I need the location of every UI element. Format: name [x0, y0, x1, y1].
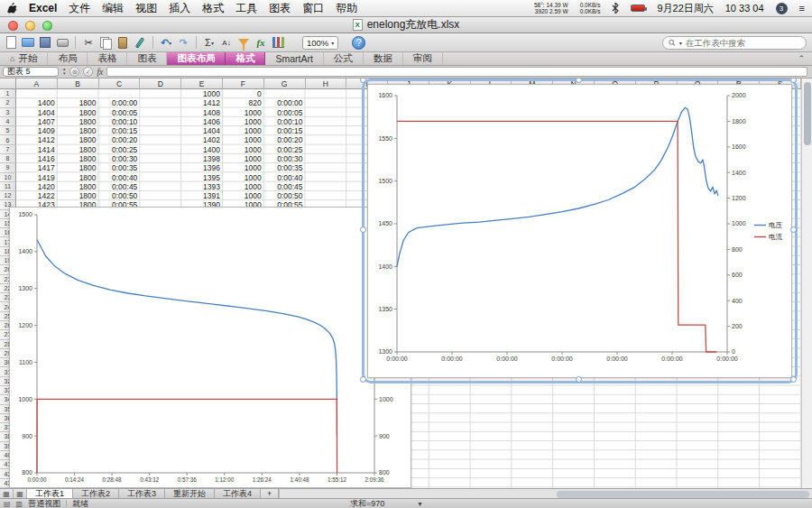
charge-chart-object[interactable]: 1300135014001450150015501600020040060080…: [367, 84, 792, 378]
cell-E11[interactable]: 1393: [181, 182, 220, 191]
cell-F1[interactable]: 0: [223, 89, 262, 98]
row-header-12[interactable]: 12: [0, 191, 16, 200]
ribbon-tab-开始[interactable]: ⌂开始: [0, 52, 48, 65]
cell-E4[interactable]: 1406: [181, 117, 220, 126]
menu-item-格式[interactable]: 格式: [202, 1, 224, 16]
cell-F7[interactable]: 1000: [223, 145, 262, 154]
cell-C7[interactable]: 0:00:25: [99, 145, 138, 154]
cell-B6[interactable]: 1800: [58, 135, 97, 144]
cell-A10[interactable]: 1419: [16, 173, 55, 182]
cell-B10[interactable]: 1800: [58, 173, 97, 182]
cell-G8[interactable]: 0:00:30: [264, 154, 303, 163]
cell-G10[interactable]: 0:00:40: [264, 173, 303, 182]
notification-list-icon[interactable]: ≡: [799, 3, 805, 14]
vertical-scroll-thumb[interactable]: [804, 82, 811, 145]
sheet-tab-工作表1[interactable]: 工作表1: [27, 489, 73, 498]
name-box-stepper[interactable]: ▲▼: [62, 68, 66, 76]
minimize-window-button[interactable]: [25, 21, 35, 31]
cell-G4[interactable]: 0:00:10: [264, 117, 303, 126]
ribbon-tab-数据[interactable]: 数据: [364, 52, 403, 65]
menubar-clock[interactable]: 10 33 04: [725, 3, 764, 14]
cell-B8[interactable]: 1800: [58, 154, 97, 163]
cell-E12[interactable]: 1391: [181, 191, 220, 200]
ribbon-tab-布局[interactable]: 布局: [48, 52, 88, 65]
cell-E9[interactable]: 1396: [181, 163, 220, 172]
cell-F9[interactable]: 1000: [223, 163, 262, 172]
close-window-button[interactable]: [8, 21, 18, 31]
column-header-F[interactable]: F: [223, 79, 264, 89]
cell-G6[interactable]: 0:00:20: [264, 135, 303, 144]
cell-B4[interactable]: 1800: [58, 117, 97, 126]
add-sheet-button[interactable]: +: [261, 489, 279, 498]
cell-G9[interactable]: 0:00:35: [264, 163, 303, 172]
sheet-tab-工作表4[interactable]: 工作表4: [215, 489, 261, 498]
cell-C5[interactable]: 0:00:15: [99, 126, 138, 135]
menu-item-工具[interactable]: 工具: [235, 1, 257, 16]
formula-input[interactable]: [106, 67, 807, 77]
row-header-4[interactable]: 4: [0, 117, 16, 126]
app-menu-excel[interactable]: Excel: [29, 2, 57, 14]
sheet-tab-工作表3[interactable]: 工作表3: [119, 489, 165, 498]
cell-E2[interactable]: 1412: [181, 98, 220, 107]
filter-button[interactable]: [236, 35, 251, 50]
cell-E6[interactable]: 1402: [181, 135, 220, 144]
row-header-1[interactable]: 1: [0, 89, 16, 98]
cell-C2[interactable]: 0:00:00: [99, 98, 138, 107]
row-header-2[interactable]: 2: [0, 98, 16, 107]
cell-C8[interactable]: 0:00:30: [99, 154, 138, 163]
accept-entry-button[interactable]: ✓: [83, 67, 93, 77]
ribbon-tab-图表布局[interactable]: 图表布局: [167, 52, 226, 65]
ribbon-tab-审阅[interactable]: 审阅: [403, 52, 443, 65]
ribbon-tab-公式[interactable]: 公式: [324, 52, 364, 65]
cell-B3[interactable]: 1800: [58, 108, 97, 117]
discharge-chart-object[interactable]: 8009001000110012001300140015008009001000…: [9, 207, 411, 488]
cell-A7[interactable]: 1414: [16, 145, 55, 154]
column-header-A[interactable]: A: [16, 79, 58, 89]
cell-F2[interactable]: 820: [223, 98, 262, 107]
row-header-10[interactable]: 10: [0, 173, 16, 182]
sheet-search-box[interactable]: ▾: [662, 36, 807, 50]
cell-A9[interactable]: 1417: [16, 163, 55, 172]
zoom-window-button[interactable]: [42, 21, 52, 31]
cell-F4[interactable]: 1000: [223, 117, 262, 126]
cell-A12[interactable]: 1422: [16, 191, 55, 200]
row-header-7[interactable]: 7: [0, 145, 16, 154]
select-all-corner[interactable]: [0, 79, 16, 89]
cell-A6[interactable]: 1412: [16, 135, 55, 144]
cell-B12[interactable]: 1800: [58, 191, 97, 200]
network-meter-status[interactable]: 0.0KB/s 0.0KB/s: [580, 2, 601, 15]
paste-button[interactable]: [115, 35, 130, 50]
cell-C11[interactable]: 0:00:45: [99, 182, 138, 191]
sheet-tab-工作表2[interactable]: 工作表2: [73, 489, 119, 498]
format-painter-button[interactable]: [133, 35, 147, 50]
battery-icon[interactable]: [631, 5, 645, 12]
cell-G5[interactable]: 0:00:15: [264, 126, 303, 135]
cell-B2[interactable]: 1800: [58, 98, 97, 107]
cell-E1[interactable]: 1000: [181, 89, 220, 98]
chart-gallery-button[interactable]: [271, 35, 285, 50]
cell-C6[interactable]: 0:00:20: [99, 135, 138, 144]
cell-E8[interactable]: 1398: [181, 154, 220, 163]
cell-E3[interactable]: 1408: [181, 108, 220, 117]
name-box[interactable]: 图表 5: [3, 67, 59, 77]
cell-F6[interactable]: 1000: [223, 135, 262, 144]
normal-view-button[interactable]: ▤: [4, 500, 11, 508]
cell-F12[interactable]: 1000: [223, 191, 262, 200]
cell-E7[interactable]: 1400: [181, 145, 220, 154]
column-header-D[interactable]: D: [140, 79, 181, 89]
cell-F11[interactable]: 1000: [223, 182, 262, 191]
cell-G12[interactable]: 0:00:50: [264, 191, 303, 200]
cell-A11[interactable]: 1420: [16, 182, 55, 191]
search-input[interactable]: [686, 38, 800, 48]
new-workbook-button[interactable]: [4, 35, 18, 50]
cell-A8[interactable]: 1416: [16, 154, 55, 163]
cell-G7[interactable]: 0:00:25: [264, 145, 303, 154]
menu-item-图表[interactable]: 图表: [269, 1, 291, 16]
power-meter-status[interactable]: 58°: 14.39 W 3920 2.59 W: [534, 2, 568, 15]
row-header-9[interactable]: 9: [0, 163, 16, 172]
column-header-G[interactable]: G: [264, 79, 306, 89]
tab-scroll-right-button[interactable]: ▦: [14, 489, 27, 498]
open-button[interactable]: [21, 35, 35, 50]
menu-item-视图[interactable]: 视图: [135, 1, 157, 16]
menu-item-文件[interactable]: 文件: [69, 1, 90, 16]
